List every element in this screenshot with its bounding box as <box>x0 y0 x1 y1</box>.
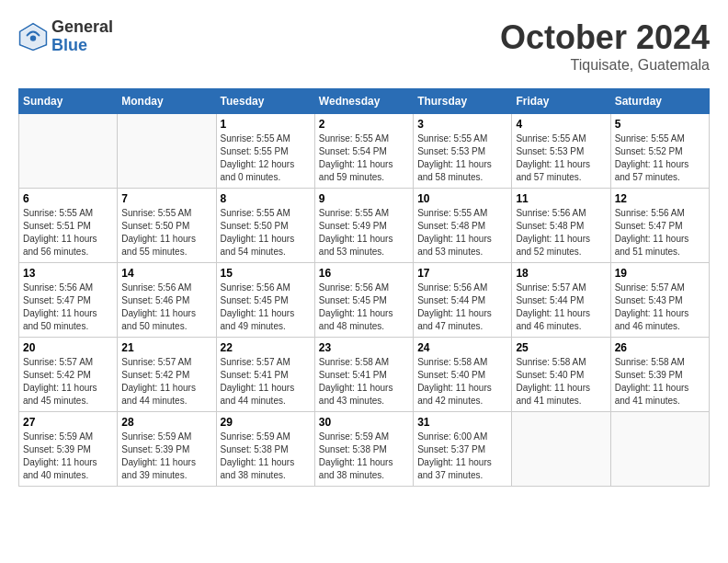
calendar-cell: 19Sunrise: 5:57 AMSunset: 5:43 PMDayligh… <box>610 263 709 338</box>
calendar-table: SundayMondayTuesdayWednesdayThursdayFrid… <box>18 88 710 487</box>
location: Tiquisate, Guatemala <box>500 57 710 74</box>
day-info: Sunrise: 5:56 AMSunset: 5:45 PMDaylight:… <box>319 282 409 333</box>
day-info: Sunrise: 5:56 AMSunset: 5:45 PMDaylight:… <box>221 282 311 333</box>
day-number: 12 <box>615 192 705 205</box>
day-info: Sunrise: 5:57 AMSunset: 5:41 PMDaylight:… <box>221 356 311 408</box>
calendar-cell: 8Sunrise: 5:55 AMSunset: 5:50 PMDaylight… <box>216 189 314 263</box>
calendar-week-row: 20Sunrise: 5:57 AMSunset: 5:42 PMDayligh… <box>19 338 710 412</box>
day-info: Sunrise: 5:56 AMSunset: 5:47 PMDaylight:… <box>615 207 705 259</box>
calendar-week-row: 1Sunrise: 5:55 AMSunset: 5:55 PMDaylight… <box>19 114 710 189</box>
weekday-header: Wednesday <box>314 89 413 114</box>
calendar-cell <box>19 114 118 189</box>
logo-blue-text: Blue <box>51 37 113 55</box>
day-number: 29 <box>221 416 311 429</box>
calendar-cell: 5Sunrise: 5:55 AMSunset: 5:52 PMDaylight… <box>610 114 709 189</box>
day-info: Sunrise: 5:59 AMSunset: 5:39 PMDaylight:… <box>23 431 113 482</box>
calendar-header-row: SundayMondayTuesdayWednesdayThursdayFrid… <box>19 89 710 114</box>
day-number: 8 <box>221 192 311 205</box>
day-number: 16 <box>319 267 409 280</box>
calendar-cell: 16Sunrise: 5:56 AMSunset: 5:45 PMDayligh… <box>314 263 413 338</box>
day-info: Sunrise: 5:55 AMSunset: 5:51 PMDaylight:… <box>23 207 113 259</box>
day-info: Sunrise: 5:57 AMSunset: 5:43 PMDaylight:… <box>615 282 705 333</box>
day-info: Sunrise: 5:56 AMSunset: 5:48 PMDaylight:… <box>516 207 606 259</box>
day-info: Sunrise: 5:55 AMSunset: 5:55 PMDaylight:… <box>221 132 311 184</box>
day-info: Sunrise: 5:58 AMSunset: 5:39 PMDaylight:… <box>615 356 705 408</box>
day-info: Sunrise: 5:59 AMSunset: 5:38 PMDaylight:… <box>319 431 409 482</box>
day-number: 23 <box>319 341 409 354</box>
title-block: October 2024 Tiquisate, Guatemala <box>500 18 710 74</box>
day-number: 26 <box>615 341 705 354</box>
calendar-cell: 18Sunrise: 5:57 AMSunset: 5:44 PMDayligh… <box>512 263 610 338</box>
calendar-cell: 20Sunrise: 5:57 AMSunset: 5:42 PMDayligh… <box>19 338 118 412</box>
calendar-cell: 23Sunrise: 5:58 AMSunset: 5:41 PMDayligh… <box>314 338 413 412</box>
day-number: 14 <box>121 267 211 280</box>
day-info: Sunrise: 5:59 AMSunset: 5:39 PMDaylight:… <box>121 431 211 482</box>
day-info: Sunrise: 5:55 AMSunset: 5:48 PMDaylight:… <box>417 207 507 259</box>
weekday-header: Friday <box>512 89 610 114</box>
calendar-cell <box>610 412 709 487</box>
day-number: 7 <box>121 192 211 205</box>
weekday-header: Tuesday <box>216 89 314 114</box>
calendar-cell <box>118 114 216 189</box>
day-info: Sunrise: 5:57 AMSunset: 5:42 PMDaylight:… <box>121 356 211 408</box>
day-number: 19 <box>615 267 705 280</box>
calendar-cell: 17Sunrise: 5:56 AMSunset: 5:44 PMDayligh… <box>414 263 512 338</box>
calendar-cell: 4Sunrise: 5:55 AMSunset: 5:53 PMDaylight… <box>512 114 610 189</box>
calendar-cell: 25Sunrise: 5:58 AMSunset: 5:40 PMDayligh… <box>512 338 610 412</box>
day-number: 30 <box>319 416 409 429</box>
day-number: 9 <box>319 192 409 205</box>
day-number: 28 <box>121 416 211 429</box>
weekday-header: Thursday <box>414 89 512 114</box>
day-info: Sunrise: 5:55 AMSunset: 5:54 PMDaylight:… <box>319 132 409 184</box>
day-info: Sunrise: 5:58 AMSunset: 5:40 PMDaylight:… <box>516 356 606 408</box>
calendar-cell: 2Sunrise: 5:55 AMSunset: 5:54 PMDaylight… <box>314 114 413 189</box>
logo-icon <box>18 22 48 52</box>
calendar-cell: 13Sunrise: 5:56 AMSunset: 5:47 PMDayligh… <box>19 263 118 338</box>
day-info: Sunrise: 5:57 AMSunset: 5:44 PMDaylight:… <box>516 282 606 333</box>
day-info: Sunrise: 5:55 AMSunset: 5:52 PMDaylight:… <box>615 132 705 184</box>
calendar-cell: 9Sunrise: 5:55 AMSunset: 5:49 PMDaylight… <box>314 189 413 263</box>
day-number: 25 <box>516 341 606 354</box>
weekday-header: Monday <box>118 89 216 114</box>
day-info: Sunrise: 5:56 AMSunset: 5:47 PMDaylight:… <box>23 282 113 333</box>
svg-point-2 <box>30 35 36 40</box>
day-number: 6 <box>23 192 113 205</box>
calendar-cell: 24Sunrise: 5:58 AMSunset: 5:40 PMDayligh… <box>414 338 512 412</box>
day-info: Sunrise: 6:00 AMSunset: 5:37 PMDaylight:… <box>417 431 507 482</box>
calendar-cell: 29Sunrise: 5:59 AMSunset: 5:38 PMDayligh… <box>216 412 314 487</box>
calendar-cell: 30Sunrise: 5:59 AMSunset: 5:38 PMDayligh… <box>314 412 413 487</box>
logo: General Blue <box>18 18 113 55</box>
day-number: 13 <box>23 267 113 280</box>
calendar-week-row: 6Sunrise: 5:55 AMSunset: 5:51 PMDaylight… <box>19 189 710 263</box>
day-info: Sunrise: 5:55 AMSunset: 5:53 PMDaylight:… <box>417 132 507 184</box>
day-number: 20 <box>23 341 113 354</box>
calendar-cell: 6Sunrise: 5:55 AMSunset: 5:51 PMDaylight… <box>19 189 118 263</box>
logo-general-text: General <box>51 18 113 37</box>
weekday-header: Saturday <box>610 89 709 114</box>
calendar-cell: 14Sunrise: 5:56 AMSunset: 5:46 PMDayligh… <box>118 263 216 338</box>
day-info: Sunrise: 5:55 AMSunset: 5:50 PMDaylight:… <box>121 207 211 259</box>
day-number: 21 <box>121 341 211 354</box>
day-info: Sunrise: 5:55 AMSunset: 5:50 PMDaylight:… <box>221 207 311 259</box>
calendar-cell: 1Sunrise: 5:55 AMSunset: 5:55 PMDaylight… <box>216 114 314 189</box>
day-info: Sunrise: 5:56 AMSunset: 5:46 PMDaylight:… <box>121 282 211 333</box>
day-number: 27 <box>23 416 113 429</box>
day-number: 24 <box>417 341 507 354</box>
calendar-week-row: 13Sunrise: 5:56 AMSunset: 5:47 PMDayligh… <box>19 263 710 338</box>
calendar-cell: 3Sunrise: 5:55 AMSunset: 5:53 PMDaylight… <box>414 114 512 189</box>
page-header: General Blue October 2024 Tiquisate, Gua… <box>18 18 710 74</box>
day-info: Sunrise: 5:56 AMSunset: 5:44 PMDaylight:… <box>417 282 507 333</box>
day-info: Sunrise: 5:58 AMSunset: 5:41 PMDaylight:… <box>319 356 409 408</box>
day-info: Sunrise: 5:58 AMSunset: 5:40 PMDaylight:… <box>417 356 507 408</box>
day-number: 10 <box>417 192 507 205</box>
day-number: 4 <box>516 118 606 131</box>
month-title: October 2024 <box>500 18 710 57</box>
calendar-cell: 15Sunrise: 5:56 AMSunset: 5:45 PMDayligh… <box>216 263 314 338</box>
day-number: 1 <box>221 118 311 131</box>
day-number: 22 <box>221 341 311 354</box>
calendar-cell <box>512 412 610 487</box>
calendar-cell: 27Sunrise: 5:59 AMSunset: 5:39 PMDayligh… <box>19 412 118 487</box>
day-number: 11 <box>516 192 606 205</box>
weekday-header: Sunday <box>19 89 118 114</box>
day-number: 18 <box>516 267 606 280</box>
